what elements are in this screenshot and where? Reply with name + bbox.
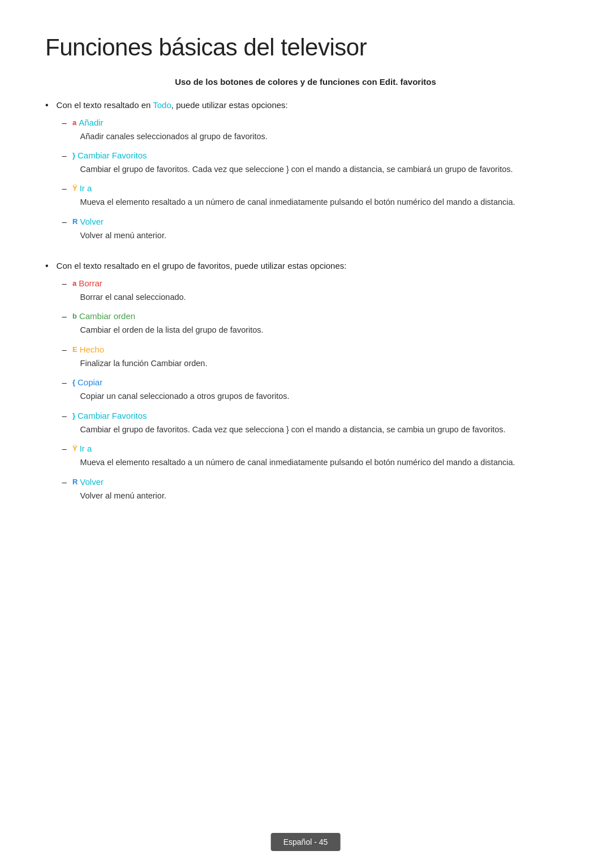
main-list: • Con el texto resaltado en Todo, puede …	[45, 99, 566, 510]
key-badge-2: Ÿ	[72, 184, 78, 192]
sub-label-2-6: Volver	[80, 477, 104, 487]
sub-label-2-0: Borrar	[79, 278, 102, 288]
dash-icon: –	[62, 217, 67, 226]
bullet-item-1: • Con el texto resaltado en Todo, puede …	[45, 99, 566, 250]
bullet-content-2: Con el texto resaltado en el grupo de fa…	[57, 260, 566, 510]
sub-desc-1: Cambiar el grupo de favoritos. Cada vez …	[62, 163, 566, 175]
sub-desc-2-4: Cambiar el grupo de favoritos. Cada vez …	[62, 423, 566, 436]
section-heading: Uso de los botones de colores y de funci…	[45, 77, 566, 87]
sub-list-1: –a AñadirAñadir canales seleccionados al…	[57, 118, 566, 242]
bullet1-intro-link: Todo	[153, 100, 171, 110]
key-badge-2-2: E	[72, 345, 78, 354]
sub-item-2-4: –} Cambiar FavoritosCambiar el grupo de …	[57, 411, 566, 436]
dash-icon: –	[62, 183, 67, 193]
dash-icon: –	[62, 444, 67, 453]
sub-item-1-0: –a AñadirAñadir canales seleccionados al…	[57, 118, 566, 143]
key-badge-1: }	[72, 151, 75, 160]
sub-item-2-1: –b Cambiar ordenCambiar el orden de la l…	[57, 311, 566, 336]
dash-icon: –	[62, 278, 67, 288]
key-badge-2-1: b	[72, 312, 77, 320]
key-badge-2-0: a	[72, 279, 76, 287]
sub-desc-2: Mueva el elemento resaltado a un número …	[62, 196, 566, 208]
bullet1-intro-prefix: Con el texto resaltado en	[57, 100, 153, 110]
key-badge-2-6: R	[72, 478, 78, 486]
sub-item-1-2: –Ÿ Ir aMueva el elemento resaltado a un …	[57, 183, 566, 208]
sub-label-0: Añadir	[79, 118, 103, 127]
key-badge-2-3: {	[72, 378, 75, 386]
sub-item-2-2: –E HechoFinalizar la función Cambiar ord…	[57, 345, 566, 369]
key-badge-2-5: Ÿ	[72, 444, 78, 453]
sub-item-2-3: –{ CopiarCopiar un canal seleccionado a …	[57, 377, 566, 402]
sub-label-1: Cambiar Favoritos	[78, 151, 147, 160]
bullet-dot-1: •	[45, 100, 49, 110]
bullet-intro-1: Con el texto resaltado en Todo, puede ut…	[57, 99, 566, 112]
dash-icon: –	[62, 411, 67, 420]
page-footer: Español - 45	[271, 833, 341, 851]
sub-desc-3: Volver al menú anterior.	[62, 229, 566, 242]
dash-icon: –	[62, 311, 67, 321]
sub-label-2-4: Cambiar Favoritos	[78, 411, 147, 420]
sub-item-2-0: –a BorrarBorrar el canal seleccionado.	[57, 278, 566, 303]
sub-desc-2-3: Copiar un canal seleccionado a otros gru…	[62, 390, 566, 402]
bullet1-intro-suffix: , puede utilizar estas opciones:	[171, 100, 288, 110]
sub-item-1-3: –R VolverVolver al menú anterior.	[57, 217, 566, 242]
sub-desc-2-0: Borrar el canal seleccionado.	[62, 291, 566, 303]
dash-icon: –	[62, 377, 67, 387]
sub-label-3: Volver	[80, 217, 104, 226]
sub-desc-2-6: Volver al menú anterior.	[62, 489, 566, 502]
sub-desc-0: Añadir canales seleccionados al grupo de…	[62, 130, 566, 143]
sub-desc-2-5: Mueva el elemento resaltado a un número …	[62, 456, 566, 469]
sub-desc-2-1: Cambiar el orden de la lista del grupo d…	[62, 324, 566, 336]
sub-desc-2-2: Finalizar la función Cambiar orden.	[62, 357, 566, 369]
sub-label-2-3: Copiar	[78, 377, 102, 387]
sub-label-2-2: Hecho	[80, 345, 104, 354]
key-badge-0: a	[72, 118, 76, 127]
sub-label-2-5: Ir a	[80, 444, 92, 453]
dash-icon: –	[62, 151, 67, 160]
dash-icon: –	[62, 477, 67, 487]
sub-item-2-5: –Ÿ Ir aMueva el elemento resaltado a un …	[57, 444, 566, 469]
dash-icon: –	[62, 345, 67, 354]
bullet-dot-2: •	[45, 261, 49, 271]
key-badge-3: R	[72, 217, 78, 226]
key-badge-2-4: }	[72, 411, 75, 420]
sub-item-1-1: –} Cambiar FavoritosCambiar el grupo de …	[57, 151, 566, 175]
bullet-intro-2: Con el texto resaltado en el grupo de fa…	[57, 260, 566, 273]
sub-list-2: –a BorrarBorrar el canal seleccionado.–b…	[57, 278, 566, 502]
sub-label-2-1: Cambiar orden	[79, 311, 135, 321]
sub-label-2: Ir a	[80, 183, 92, 193]
dash-icon: –	[62, 118, 67, 127]
page-title: Funciones básicas del televisor	[45, 34, 566, 61]
bullet-item-2: • Con el texto resaltado en el grupo de …	[45, 260, 566, 510]
bullet-content-1: Con el texto resaltado en Todo, puede ut…	[57, 99, 566, 250]
sub-item-2-6: –R VolverVolver al menú anterior.	[57, 477, 566, 502]
